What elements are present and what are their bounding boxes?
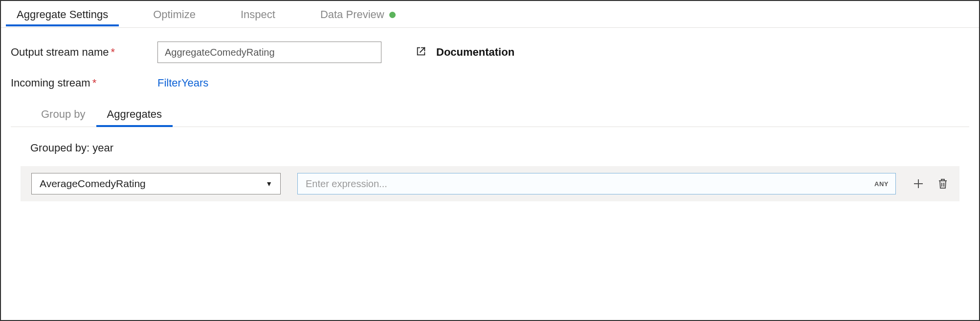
documentation-link[interactable]: Documentation xyxy=(436,46,514,59)
expression-type-badge: ANY xyxy=(874,180,889,188)
tab-label: Optimize xyxy=(153,8,196,21)
caret-down-icon: ▼ xyxy=(266,180,272,188)
row-incoming-stream: Incoming stream* FilterYears xyxy=(11,77,969,89)
aggregate-row: AverageComedyRating ▼ ANY xyxy=(21,166,959,201)
column-name-value: AverageComedyRating xyxy=(40,178,146,190)
row-actions xyxy=(913,178,949,190)
sub-tab-label: Group by xyxy=(41,108,86,120)
add-row-button[interactable] xyxy=(913,178,924,190)
incoming-stream-link[interactable]: FilterYears xyxy=(157,77,208,89)
grouped-by-text: Grouped by: year xyxy=(11,127,969,154)
column-name-select[interactable]: AverageComedyRating ▼ xyxy=(31,173,281,194)
grouped-by-value: Grouped by: year xyxy=(30,142,113,154)
status-dot-icon xyxy=(389,12,396,18)
incoming-stream-label: Incoming stream* xyxy=(11,77,157,89)
tab-label: Inspect xyxy=(241,8,275,21)
label-text: Incoming stream xyxy=(11,77,90,89)
sub-tab-bar: Group by Aggregates xyxy=(11,103,969,127)
sub-tab-aggregates[interactable]: Aggregates xyxy=(96,103,173,127)
tab-inspect[interactable]: Inspect xyxy=(230,2,286,26)
output-stream-input[interactable] xyxy=(157,42,381,63)
documentation-link-group: Documentation xyxy=(416,46,514,59)
expression-input-wrap[interactable]: ANY xyxy=(297,173,896,194)
delete-row-button[interactable] xyxy=(937,178,949,190)
row-output-stream: Output stream name* Documentation xyxy=(11,42,969,63)
sub-tab-group-by[interactable]: Group by xyxy=(30,103,96,127)
tab-optimize[interactable]: Optimize xyxy=(142,2,206,26)
aggregate-settings-panel: Aggregate Settings Optimize Inspect Data… xyxy=(0,0,980,321)
required-star-icon: * xyxy=(111,46,115,58)
output-stream-label: Output stream name* xyxy=(11,46,157,59)
tab-label: Data Preview xyxy=(320,8,384,21)
sub-tab-label: Aggregates xyxy=(107,108,162,120)
expression-input[interactable] xyxy=(305,178,874,190)
tab-label: Aggregate Settings xyxy=(17,8,108,21)
form-area: Output stream name* Documentation Incomi… xyxy=(1,28,979,201)
main-tab-bar: Aggregate Settings Optimize Inspect Data… xyxy=(1,1,979,28)
tab-data-preview[interactable]: Data Preview xyxy=(310,2,406,26)
tab-aggregate-settings[interactable]: Aggregate Settings xyxy=(6,2,119,26)
label-text: Output stream name xyxy=(11,46,109,58)
required-star-icon: * xyxy=(92,77,97,89)
external-link-icon[interactable] xyxy=(416,46,426,59)
